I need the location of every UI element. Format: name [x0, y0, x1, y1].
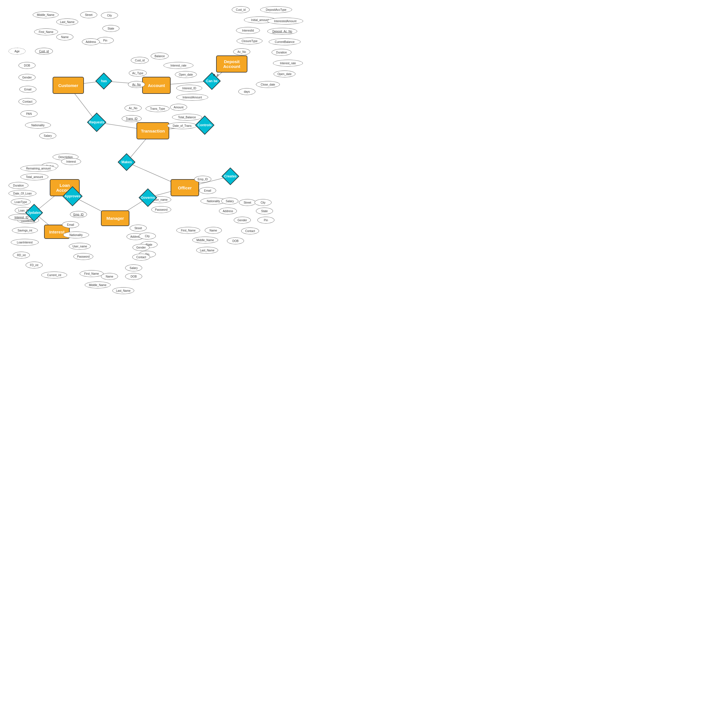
attribute-pin: Pin	[257, 217, 274, 223]
attribute-nationality: Nationality	[25, 122, 51, 128]
attribute-ac-type: Ac_Type	[129, 70, 147, 76]
attribute-date-of-loan: Date_Of_Loan	[9, 190, 37, 197]
attribute-cust-id: Cust_id	[131, 57, 149, 64]
attribute-contact: Contact	[241, 228, 259, 234]
attribute-emp-id: Emp_ID	[70, 211, 87, 218]
attribute-gender: Gender	[234, 217, 251, 223]
attribute-last-name: Last_Name	[56, 18, 78, 25]
attribute-amount: Amount	[170, 104, 187, 111]
attribute-first-name: First_Name	[80, 270, 104, 277]
attribute-password: Password	[151, 206, 171, 213]
attribute-last-name: Last_Name	[112, 287, 134, 294]
attribute-interest-rate: Interest_rate	[164, 62, 193, 69]
attribute-days: days	[238, 88, 255, 95]
attribute-loantype: LoanType	[11, 199, 31, 205]
connections-svg	[0, 0, 307, 307]
relationship-governs: Governs	[139, 188, 157, 207]
attribute-interestamount: InterestAmount	[176, 94, 208, 101]
attribute-ac-no: Ac_No	[125, 105, 142, 112]
attribute-cust-id: Cust_id	[232, 6, 250, 13]
attribute-password: Password	[73, 253, 93, 260]
attribute-city: City	[254, 199, 272, 206]
attribute-email: Email	[19, 86, 37, 93]
attribute-salary: Salary	[125, 265, 142, 271]
attribute-dob: DOB	[18, 62, 35, 69]
attribute-total-amount: Total_amount	[20, 173, 48, 180]
attribute-remaining-amount: Remaining_amount	[20, 165, 56, 172]
attribute-state: State	[102, 25, 119, 32]
attribute-ac-no: Ac_No	[233, 48, 250, 55]
attribute-current-int: Current_int	[41, 272, 67, 278]
attribute-emp-id: Emp_ID	[194, 176, 211, 183]
attribute-last-name: Last_Name	[196, 247, 218, 254]
attribute-ac-no: Ac_No	[128, 81, 145, 88]
attribute-city: City	[101, 12, 118, 19]
attribute-open-date: Open_date	[274, 70, 295, 77]
attribute-salary: Salary	[221, 198, 238, 205]
attribute-gender: Gender	[133, 244, 150, 251]
attribute-first-name: First_Name	[176, 227, 200, 234]
attribute-middle-name: Middle_Name	[85, 281, 111, 288]
attribute-closuretype: ClosureType	[237, 38, 263, 44]
attribute-dob: DOB	[227, 237, 244, 244]
attribute-street: Street	[239, 199, 256, 206]
attribute-close-date: Close_date	[256, 81, 280, 88]
entity-officer: Officer	[171, 179, 199, 196]
attribute-interest: Interest	[61, 158, 81, 165]
attribute-address: Address	[219, 208, 237, 214]
relationship-has: has	[95, 72, 112, 89]
attribute-address: Address	[82, 38, 100, 45]
attribute-name: Name	[56, 34, 73, 40]
attribute-interestedamount: InterestedAmount	[267, 18, 303, 24]
attribute-middle-name: Middle_Name	[192, 237, 218, 243]
attribute-depositacctype: DepositAccType	[260, 6, 292, 13]
cardinality-label: 0..2	[213, 73, 219, 77]
attribute-name: Name	[205, 227, 222, 234]
attribute-street: Street	[80, 11, 97, 18]
diagram-container: CustomerAccountDeposit AccountTransactio…	[0, 0, 307, 307]
attribute-trans-id: Trans_ID	[122, 115, 142, 122]
attribute-rd-int: RD_int	[13, 252, 30, 258]
attribute-duration: Duration	[272, 49, 292, 56]
attribute-interest-id: Interest_ID	[176, 85, 202, 92]
attribute-contact: Contact	[132, 254, 150, 260]
attribute-loaninterest: LoanInterest	[11, 239, 39, 246]
entity-transaction: Transaction	[136, 122, 169, 139]
attribute-balance: Balance	[151, 53, 169, 60]
attribute-gender: Gender	[18, 74, 35, 81]
attribute-cust-id: Cust_id	[35, 48, 53, 55]
relationship-requests: Requests	[87, 113, 106, 132]
relationship-makes: Makes	[118, 153, 135, 171]
attribute-nationality: Nationality	[63, 231, 89, 238]
entity-deposit_account: Deposit Account	[216, 55, 248, 72]
attribute-street: Street	[130, 225, 147, 231]
attribute-user-name: User_name	[69, 243, 91, 250]
attribute-state: State	[256, 208, 273, 214]
attribute-trans-type: Trans_Type	[145, 105, 170, 112]
relationship-creates: Creates	[222, 168, 239, 185]
attribute-contact: Contact	[18, 98, 37, 105]
attribute-duration: Duration	[9, 182, 28, 189]
attribute-open-date: Open_date	[175, 71, 197, 78]
entity-account: Account	[142, 77, 171, 94]
attribute-email: Email	[62, 221, 79, 228]
entity-manager: Manager	[101, 210, 129, 226]
attribute-interest-rate: Interest_rate	[273, 60, 303, 67]
attribute-city: City	[139, 232, 156, 239]
attribute-salary: Salary	[39, 132, 56, 139]
entity-customer: Customer	[53, 77, 84, 94]
attribute-first-name: First_Name	[34, 28, 58, 35]
attribute-email: Email	[199, 187, 216, 194]
attribute-fd-int: FD_int	[26, 262, 43, 268]
attribute-total-balance: Total_Balance	[172, 114, 202, 121]
attribute-interestid: InterestId	[236, 27, 260, 34]
attribute-age: Age	[9, 48, 26, 55]
attribute-middle-name: Middle_Name	[33, 11, 58, 18]
attribute-savings-int: Savings_int	[12, 227, 38, 234]
attribute-deposit-ac-no: Deposit_Ac_No	[267, 28, 297, 35]
attribute-date-of-trans: Date_of_Trans	[167, 122, 197, 129]
attribute-pan: PAN	[20, 110, 38, 117]
attribute-name: Name	[101, 273, 118, 280]
attribute-currentbalance: CurrentBalance	[269, 38, 301, 45]
attribute-dob: DOB	[125, 273, 142, 280]
